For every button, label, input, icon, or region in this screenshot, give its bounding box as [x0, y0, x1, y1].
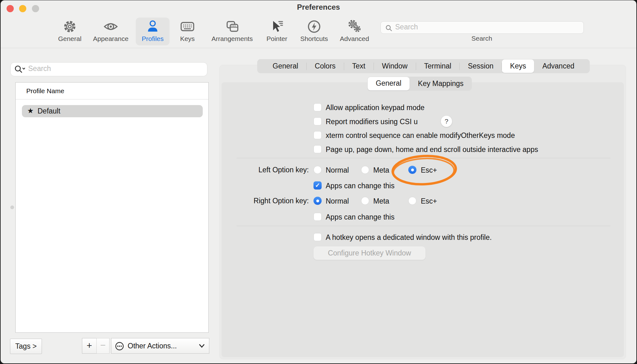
toolbar-item-shortcuts[interactable]: Shortcuts: [291, 18, 338, 46]
profile-search-input[interactable]: [28, 64, 200, 73]
add-profile-button[interactable]: +: [82, 338, 97, 354]
profile-list-header: Profile Name: [26, 87, 64, 95]
toolbar-item-arrangements[interactable]: Arrangements: [209, 18, 256, 46]
tags-button[interactable]: Tags >: [10, 339, 42, 354]
profile-search-field[interactable]: [10, 62, 207, 76]
eye-icon: [103, 19, 118, 34]
toolbar-item-keys[interactable]: Keys: [164, 18, 211, 46]
toolbar-search-field[interactable]: [380, 21, 584, 34]
gear-icon: [62, 19, 77, 34]
right-option-esc-radio[interactable]: [408, 197, 416, 205]
other-actions-dropdown[interactable]: Other Actions...: [111, 338, 209, 354]
configure-hotkey-window-button[interactable]: Configure Hotkey Window: [313, 246, 426, 260]
toolbar-search-label: Search: [451, 35, 513, 42]
other-actions-label: Other Actions...: [128, 342, 177, 350]
tab-keys[interactable]: Keys: [502, 59, 534, 73]
cursor-icon: [269, 19, 284, 34]
radio-label[interactable]: Normal: [326, 166, 349, 174]
window-title: Preferences: [1, 3, 636, 12]
gears-icon: [347, 19, 362, 34]
tab-advanced[interactable]: Advanced: [534, 59, 582, 73]
profile-name: Default: [38, 107, 60, 115]
right-option-apps-change-checkbox[interactable]: [313, 213, 322, 221]
splitter-handle[interactable]: [10, 205, 14, 209]
subtab-general[interactable]: General: [368, 77, 410, 90]
toolbar-search-input[interactable]: [395, 23, 577, 31]
radio-label[interactable]: Esc+: [421, 166, 437, 174]
help-button[interactable]: ?: [441, 116, 452, 127]
right-option-normal-radio[interactable]: [313, 197, 322, 205]
radio-label[interactable]: Meta: [373, 166, 389, 174]
tab-session[interactable]: Session: [460, 59, 502, 73]
search-icon: [385, 24, 393, 32]
default-star-icon: ★: [27, 107, 34, 115]
right-option-key-label: Right Option key:: [220, 197, 309, 205]
checkbox-label[interactable]: Report modifiers using CSI u: [326, 118, 418, 126]
windows-icon: [225, 19, 240, 34]
toolbar-item-label: Appearance: [87, 35, 134, 43]
hotkey-window-checkbox[interactable]: [313, 233, 322, 241]
section-divider: [237, 226, 610, 226]
left-option-key-label: Left Option key:: [220, 166, 309, 174]
radio-label[interactable]: Esc+: [421, 197, 437, 205]
right-option-meta-radio[interactable]: [361, 197, 369, 205]
toolbar-item-general[interactable]: General: [46, 18, 93, 46]
preferences-window: Preferences General Appearance Profiles …: [1, 0, 636, 363]
left-option-normal-radio[interactable]: [313, 166, 322, 174]
subtab-key-mappings[interactable]: Key Mappings: [410, 77, 472, 91]
left-option-meta-radio[interactable]: [361, 166, 369, 174]
checkbox-label[interactable]: A hotkey opens a dedicated window with t…: [326, 233, 492, 242]
checkbox-label[interactable]: xterm control sequence can enable modify…: [326, 131, 515, 140]
keys-subtab-bar: General Key Mappings: [367, 77, 472, 91]
person-icon: [145, 19, 160, 34]
radio-label[interactable]: Normal: [326, 197, 349, 205]
checkbox-label[interactable]: Page up, page down, home and end scroll …: [326, 145, 538, 154]
toolbar-item-appearance[interactable]: Appearance: [87, 18, 134, 46]
profile-settings-content: [222, 82, 624, 357]
checkbox-label[interactable]: Apps can change this: [326, 213, 395, 221]
checkbox-keypad-mode[interactable]: [313, 103, 322, 111]
keyboard-icon: [180, 19, 195, 34]
tab-colors[interactable]: Colors: [307, 59, 344, 73]
section-divider: [237, 158, 610, 158]
checkbox-csi-u[interactable]: [313, 117, 322, 125]
toolbar-item-label: Keys: [164, 35, 211, 43]
radio-label[interactable]: Meta: [373, 197, 389, 205]
profile-tab-bar: General Colors Text Window Terminal Sess…: [257, 59, 590, 73]
checkbox-modify-other-keys[interactable]: [313, 131, 322, 139]
bolt-circle-icon: [307, 19, 322, 34]
checkbox-page-scroll[interactable]: [313, 145, 322, 153]
left-option-esc-radio[interactable]: [408, 166, 416, 174]
toolbar-item-label: General: [46, 35, 93, 43]
tab-text[interactable]: Text: [344, 59, 374, 73]
checkbox-label[interactable]: Apps can change this: [326, 182, 395, 190]
left-option-apps-change-checkbox[interactable]: ✓: [313, 181, 322, 190]
tab-general[interactable]: General: [264, 59, 306, 73]
profile-row-default[interactable]: ★ Default: [22, 105, 203, 117]
checkbox-label[interactable]: Allow application keypad mode: [326, 104, 425, 112]
remove-profile-button[interactable]: −: [96, 338, 110, 354]
tab-window[interactable]: Window: [374, 59, 416, 73]
ellipsis-circle-icon: [115, 342, 124, 351]
toolbar-item-label: Arrangements: [209, 35, 256, 43]
toolbar-item-label: Shortcuts: [291, 35, 338, 43]
search-menu-icon: [14, 65, 25, 74]
profile-list[interactable]: [15, 82, 209, 333]
chevron-down-icon: [199, 344, 205, 348]
tab-terminal[interactable]: Terminal: [416, 59, 460, 73]
toolbar-item-label: Advanced: [331, 35, 378, 43]
toolbar-divider: [1, 48, 636, 48]
toolbar-item-advanced[interactable]: Advanced: [331, 18, 378, 46]
list-header-divider: [16, 99, 208, 99]
